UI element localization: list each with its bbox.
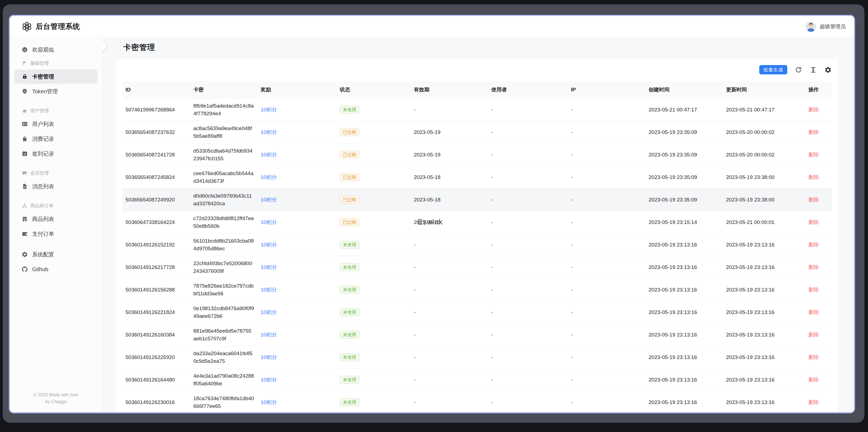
column-height-icon[interactable] [809,66,817,73]
reward-link[interactable]: 10积分 [260,242,277,247]
sidebar-item-product-list[interactable]: 商品列表 [14,212,97,226]
reward-link[interactable]: 10积分 [260,309,277,315]
footer-line1: © 2023 Made with love [10,392,102,399]
delete-link[interactable]: 删除 [808,354,819,360]
sidebar-label: 用户列表 [32,121,54,128]
sidebar-item-payment-orders[interactable]: 支付订单 [14,227,97,241]
cell-status: 未使用 [337,261,411,273]
sidebar-item-system-config[interactable]: 系统配置 [14,247,97,262]
column-header-created-time: 创建时间 [646,86,723,93]
reward-link[interactable]: 10积分 [260,174,277,180]
cell-ip: - [568,306,646,319]
sidebar-item-token-management[interactable]: Token管理 [14,84,97,99]
reward-link[interactable]: 10积分 [260,264,277,270]
reward-link[interactable]: 10积分 [260,107,277,112]
cell-reward: 10积分 [258,149,337,161]
sidebar-label: 消费记录 [32,135,54,143]
cell-ip: - [568,171,646,184]
validity-text: - [414,107,415,112]
app-header: 后台管理系统 超级管理员 [10,16,854,37]
status-badge: 未使用 [340,286,360,294]
cell-status: 未使用 [337,284,411,296]
delete-link[interactable]: 删除 [808,287,819,293]
delete-link[interactable]: 删除 [808,174,819,180]
delete-link[interactable]: 删除 [808,332,819,338]
sidebar-label: 欢迎观临 [32,46,54,54]
table-row: 503601491261562887875e826ee182ce797cdbbf… [123,278,832,301]
sidebar: 欢迎观临基础管理卡密管理Token管理用户管理用户列表消费记录签到记录会话管理消… [10,37,102,412]
store-icon [22,216,28,222]
cell-validity: 2023-05-18 [411,194,489,206]
table-header: ID卡密奖励状态有效期使用者IP创建时间更新时间操作 [123,81,832,99]
smile-icon [22,46,28,53]
sidebar-label: 商品列表 [32,215,54,223]
delete-link[interactable]: 删除 [808,129,819,135]
settings-icon[interactable] [824,66,832,73]
reward-link[interactable]: 10积分 [260,129,277,135]
cell-key: 881e96e45ee6d5e78755aeb1c5707c9f [191,325,258,344]
delete-link[interactable]: 删除 [808,377,819,383]
sidebar-section-session-management-section: 会话管理 [10,167,102,179]
cell-reward: 10积分 [258,261,337,273]
cell-key: 22cf4d493bc7e520068002434376009f [191,258,258,277]
cell-validity: - [411,374,489,386]
user-menu[interactable]: 超级管理员 [806,22,846,32]
cell-ip: - [568,149,646,161]
cell-status: 已过期 [337,216,411,228]
cell-id: 50365654087241728 [123,149,191,161]
cell-id: 50365654087249920 [123,194,191,206]
sidebar-item-github[interactable]: Github [14,262,97,276]
cell-reward: 10积分 [258,216,337,228]
reward-link[interactable]: 10积分 [260,377,277,383]
footer-line2: by Chatgpt [10,399,102,405]
validity-text: - [414,377,415,383]
cell-validity: 2023-05-19 [411,149,489,161]
cell-status: 已过期 [337,126,411,138]
lock-icon [22,73,28,80]
status-badge: 未使用 [340,376,360,384]
reward-link[interactable]: 10积分 [260,354,277,360]
batch-generate-button[interactable]: 批量生成 [759,65,787,74]
desktop: { "window": { "app_title": "后台管理系统", "us… [0,0,868,432]
sidebar-collapse-button[interactable] [102,42,106,51]
sidebar-item-message-list[interactable]: 消息列表 [14,179,97,194]
delete-link[interactable]: 删除 [808,399,819,405]
cell-key: da233a204eaca6041fe850c9d5e2ea75 [191,347,258,367]
cell-ip: - [568,396,646,408]
sidebar-label: 会话管理 [30,170,49,176]
cell-actions: 删除 [806,374,834,386]
sidebar-label: 系统配置 [32,251,54,258]
delete-link[interactable]: 删除 [808,152,819,158]
validity-text: - [414,242,415,247]
delete-link[interactable]: 删除 [808,197,819,203]
delete-link[interactable]: 删除 [808,309,819,315]
delete-link[interactable]: 删除 [808,107,819,112]
cell-id: 50360149126225920 [123,351,191,363]
reward-link[interactable]: 10积分 [260,197,277,203]
cell-actions: 删除 [806,149,834,161]
reward-link[interactable]: 10积分 [260,287,277,293]
user-avatar[interactable] [806,22,816,32]
status-badge: 已过期 [340,151,360,159]
table-row: 5036014912621772822cf4d493bc7e5200680024… [123,256,832,278]
cell-status: 已过期 [337,148,411,161]
reward-link[interactable]: 10积分 [260,152,277,158]
cell-validity: - [411,104,489,116]
delete-link[interactable]: 删除 [808,242,819,247]
sidebar-item-user-list[interactable]: 用户列表 [14,117,97,131]
sidebar-item-card-key-management[interactable]: 卡密管理 [14,69,97,84]
delete-link[interactable]: 删除 [808,219,819,225]
refresh-icon[interactable] [795,66,802,73]
cell-user: - [489,149,568,161]
delete-link[interactable]: 删除 [808,264,819,270]
validity-text: - [414,309,415,315]
sidebar-item-welcome[interactable]: 欢迎观临 [14,42,97,57]
sitemap-icon [22,203,27,208]
reward-link[interactable]: 10积分 [260,219,277,225]
cell-user: - [489,306,568,319]
reward-link[interactable]: 10积分 [260,332,277,338]
cell-validity: - [411,239,489,251]
sidebar-item-checkin-records[interactable]: 签到记录 [14,146,97,161]
sidebar-item-consumption-records[interactable]: 消费记录 [14,132,97,146]
reward-link[interactable]: 10积分 [260,399,277,405]
